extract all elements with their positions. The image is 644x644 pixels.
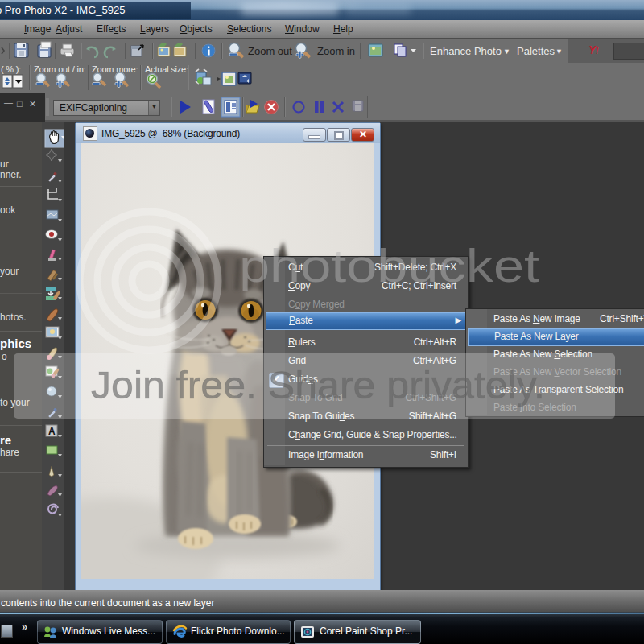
svg-text:A: A	[48, 426, 56, 437]
